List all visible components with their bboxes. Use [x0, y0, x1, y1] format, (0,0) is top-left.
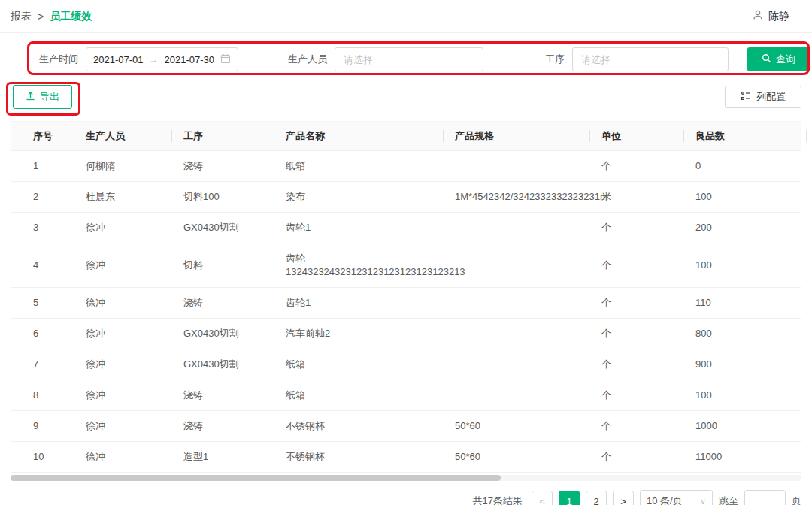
cell-spec	[443, 213, 589, 243]
jump-to-page-input[interactable]	[744, 490, 786, 505]
cell-person: 杜晨东	[74, 182, 171, 213]
column-header-process: 工序	[171, 122, 274, 151]
results-table: 序号生产人员工序产品名称产品规格单位良品数 1何柳隋浇铸纸箱个02杜晨东切料10…	[11, 121, 801, 473]
cell-no: 9	[11, 411, 74, 442]
cell-no: 6	[11, 319, 74, 349]
table-row: 5徐冲浇铸齿轮1个110	[11, 288, 801, 319]
table-row: 4徐冲切料齿轮 13243232432312312312312312312321…	[11, 243, 801, 288]
page-title: 员工绩效	[50, 10, 92, 23]
cell-person: 徐冲	[74, 243, 171, 288]
process-filter-input[interactable]	[572, 47, 729, 71]
cell-product: 齿轮1	[274, 213, 443, 243]
query-button[interactable]: 查询	[747, 47, 810, 71]
page: 报表 > 员工绩效 陈静 生产时间 2021-07-01 → 2021-07-3…	[0, 0, 812, 505]
date-range-picker[interactable]: 2021-07-01 → 2021-07-30	[86, 47, 238, 71]
cell-product: 汽车前轴2	[274, 319, 443, 349]
cell-person: 何柳隋	[74, 151, 171, 182]
cell-process: 造型1	[171, 442, 274, 473]
prev-page-button[interactable]: <	[532, 491, 553, 505]
next-page-button[interactable]: >	[613, 491, 634, 505]
cell-unit: 个	[589, 288, 683, 319]
date-range-arrow-icon: →	[150, 54, 159, 65]
breadcrumb-separator: >	[38, 11, 44, 23]
column-header-no: 序号	[11, 122, 74, 151]
calendar-icon	[220, 53, 231, 66]
cell-qty: 11000	[683, 442, 801, 473]
cell-unit: 个	[589, 349, 683, 380]
table-row: 2杜晨东切料100染布1M*4542342/3242332332323231m米…	[11, 182, 801, 213]
page-buttons: 12	[559, 491, 607, 505]
cell-process: 浇铸	[171, 288, 274, 319]
search-icon	[762, 53, 771, 65]
cell-product: 染布	[274, 182, 443, 213]
table-header-row: 序号生产人员工序产品名称产品规格单位良品数	[11, 122, 801, 151]
cell-process: GX0430切割	[171, 319, 274, 349]
page-button-1[interactable]: 1	[559, 491, 580, 505]
table-row: 6徐冲GX0430切割汽车前轴2个800	[11, 319, 801, 349]
cell-spec	[443, 243, 589, 288]
column-header-product: 产品名称	[274, 122, 443, 151]
chevron-left-icon: <	[539, 496, 545, 505]
column-header-spec: 产品规格	[443, 122, 589, 151]
page-size-select[interactable]: 10 条/页 ∨	[640, 490, 713, 505]
cell-unit: 米	[589, 182, 683, 213]
table-row: 9徐冲浇铸不锈钢杯50*60个1000	[11, 411, 801, 442]
jump-to-label: 跳至	[719, 494, 738, 505]
user-icon	[752, 9, 764, 23]
query-button-label: 查询	[776, 53, 795, 66]
cell-unit: 个	[589, 243, 683, 288]
table-row: 10徐冲造型1不锈钢杯50*60个11000	[11, 442, 801, 473]
cell-no: 5	[11, 288, 74, 319]
cell-no: 2	[11, 182, 74, 213]
cell-product: 齿轮1	[274, 288, 443, 319]
export-icon	[26, 91, 35, 103]
cell-person: 徐冲	[74, 213, 171, 243]
process-filter-label: 工序	[545, 53, 565, 66]
cell-person: 徐冲	[74, 288, 171, 319]
horizontal-scrollbar	[11, 475, 801, 481]
cell-unit: 个	[589, 213, 683, 243]
chevron-right-icon: >	[620, 496, 626, 505]
cell-product: 纸箱	[274, 349, 443, 380]
cell-spec	[443, 151, 589, 182]
cell-qty: 800	[683, 319, 801, 349]
cell-product: 齿轮 132432324323123123123123123123213	[274, 243, 443, 288]
person-filter-label: 生产人员	[288, 53, 327, 66]
cell-process: GX0430切割	[171, 349, 274, 380]
cell-qty: 0	[683, 151, 801, 182]
table-row: 1何柳隋浇铸纸箱个0	[11, 151, 801, 182]
horizontal-scrollbar-thumb[interactable]	[11, 475, 501, 481]
cell-person: 徐冲	[74, 319, 171, 349]
date-start-value: 2021-07-01	[93, 54, 144, 65]
cell-spec	[443, 349, 589, 380]
page-size-value: 10 条/页	[647, 494, 683, 505]
toolbar: 导出 列配置	[0, 80, 812, 113]
cell-spec: 1M*4542342/3242332332323231m	[443, 182, 589, 213]
column-config-button[interactable]: 列配置	[725, 86, 801, 108]
cell-no: 3	[11, 213, 74, 243]
breadcrumb-parent[interactable]: 报表	[11, 10, 32, 23]
cell-no: 4	[11, 243, 74, 288]
cell-qty: 100	[683, 243, 801, 288]
export-button-label: 导出	[40, 90, 59, 104]
cell-process: 切料	[171, 243, 274, 288]
cell-process: 切料100	[171, 182, 274, 213]
date-end-value: 2021-07-30	[165, 54, 215, 65]
export-button[interactable]: 导出	[13, 85, 72, 109]
column-header-unit: 单位	[589, 122, 683, 151]
cell-product: 纸箱	[274, 151, 443, 182]
jump-to-suffix: 页	[792, 494, 801, 505]
cell-no: 1	[11, 151, 74, 182]
cell-unit: 个	[589, 411, 683, 442]
table-body: 1何柳隋浇铸纸箱个02杜晨东切料100染布1M*4542342/32423323…	[11, 151, 801, 473]
cell-unit: 个	[589, 319, 683, 349]
person-filter-input[interactable]	[335, 47, 483, 71]
user-menu[interactable]: 陈静	[752, 9, 789, 23]
cell-product: 不锈钢杯	[274, 442, 443, 473]
cell-qty: 200	[683, 213, 801, 243]
table-row: 8徐冲浇铸纸箱个100	[11, 380, 801, 411]
cell-process: GX0430切割	[171, 213, 274, 243]
cell-no: 8	[11, 380, 74, 411]
page-button-2[interactable]: 2	[586, 491, 607, 505]
cell-spec: 50*60	[443, 442, 589, 473]
